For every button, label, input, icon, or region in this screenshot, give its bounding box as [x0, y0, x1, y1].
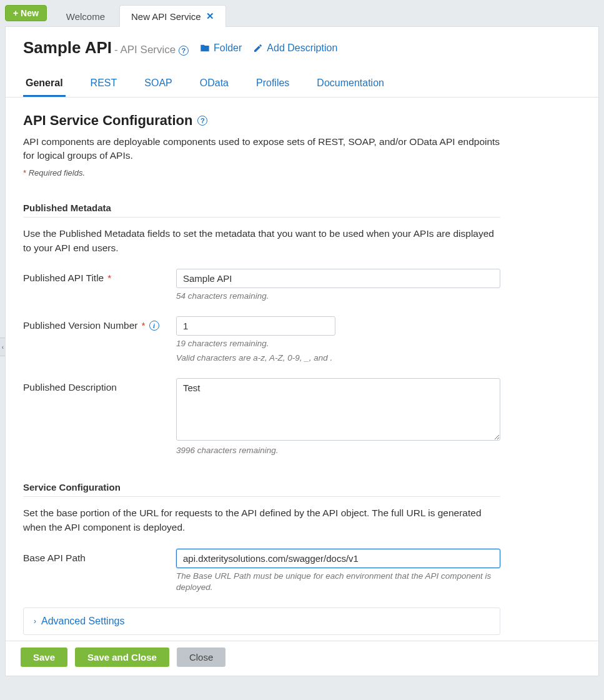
base-api-path-hint: The Base URL Path must be unique for eac… — [176, 571, 500, 594]
tab-label: Welcome — [66, 11, 105, 22]
tab-label: New API Service — [131, 11, 201, 22]
published-title-hint: 54 characters remaining. — [176, 291, 500, 302]
config-heading: API Service Configuration — [23, 112, 192, 129]
main-panel: Sample API - API Service ? Folder Add De… — [5, 26, 599, 676]
published-metadata-description: Use the Published Metadata fields to set… — [23, 226, 500, 256]
service-config-heading: Service Configuration — [23, 482, 500, 497]
required-fields-note: * Required fields. — [23, 168, 500, 178]
folder-link[interactable]: Folder — [200, 42, 242, 54]
close-button[interactable]: Close — [177, 648, 225, 667]
tab-odata[interactable]: OData — [197, 71, 231, 97]
page-subtitle: - API Service ? — [114, 44, 189, 56]
footer-bar: Save Save and Close Close — [6, 641, 598, 676]
config-description: API components are deployable components… — [23, 135, 500, 163]
folder-icon — [200, 43, 210, 53]
base-api-path-label: Base API Path — [23, 552, 86, 564]
published-description-hint: 3996 characters remaining. — [176, 445, 500, 457]
tab-welcome[interactable]: Welcome — [54, 6, 117, 27]
published-metadata-heading: Published Metadata — [23, 202, 500, 218]
help-icon[interactable]: ? — [197, 116, 207, 126]
new-button[interactable]: + New — [5, 5, 47, 21]
help-icon[interactable]: ? — [179, 46, 189, 56]
advanced-settings-label: Advanced Settings — [41, 616, 124, 627]
info-icon[interactable]: i — [149, 321, 159, 331]
section-tabs: General REST SOAP OData Profiles Documen… — [6, 71, 598, 98]
chevron-right-icon: › — [34, 617, 36, 626]
tab-general[interactable]: General — [23, 71, 66, 97]
page-title: Sample API — [23, 38, 112, 57]
advanced-settings-toggle[interactable]: › Advanced Settings — [23, 608, 500, 635]
published-description-input[interactable] — [176, 378, 500, 441]
base-api-path-input[interactable] — [176, 549, 500, 568]
published-version-hint2: Valid characters are a-z, A-Z, 0-9, _, a… — [176, 352, 500, 364]
pencil-icon — [253, 43, 263, 53]
tab-soap[interactable]: SOAP — [142, 71, 174, 97]
tab-profiles[interactable]: Profiles — [254, 71, 292, 97]
published-title-input[interactable] — [176, 269, 500, 288]
published-version-label: Published Version Number — [23, 320, 138, 331]
save-button[interactable]: Save — [21, 648, 67, 667]
add-description-link[interactable]: Add Description — [253, 42, 337, 54]
published-version-input[interactable] — [176, 316, 335, 336]
service-config-description: Set the base portion of the URL for requ… — [23, 506, 500, 535]
published-title-label: Published API Title — [23, 272, 104, 284]
tab-documentation[interactable]: Documentation — [314, 71, 387, 97]
save-and-close-button[interactable]: Save and Close — [75, 648, 169, 667]
published-version-hint: 19 characters remaining. — [176, 338, 500, 350]
published-description-label: Published Description — [23, 382, 117, 393]
tab-rest[interactable]: REST — [88, 71, 120, 97]
close-icon[interactable]: ✕ — [206, 11, 214, 22]
tab-new-api-service[interactable]: New API Service ✕ — [119, 5, 226, 27]
